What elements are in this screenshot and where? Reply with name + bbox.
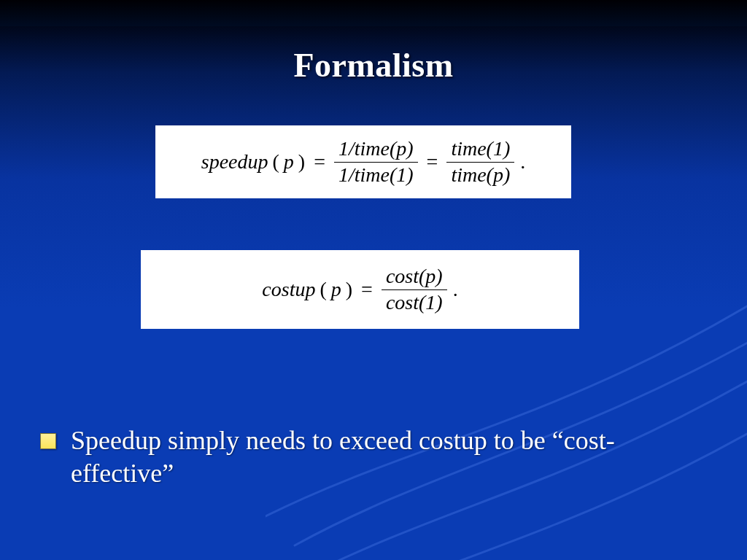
eq1-mid-frac: 1/time(p) 1/time(1) [334, 136, 418, 188]
eq1-rhs-num: time(1) [446, 136, 514, 162]
top-band [0, 0, 747, 26]
bullet-text: Speedup simply needs to exceed costup to… [71, 424, 703, 490]
slide-title: Formalism [0, 46, 747, 85]
square-bullet-icon [40, 433, 56, 449]
equation-speedup: speedup(p) = 1/time(p) 1/time(1) = time(… [155, 125, 571, 198]
eq1-lhs-arg: p [284, 150, 294, 174]
eq1-lhs-fn: speedup [201, 150, 268, 174]
eq1-rhs-den: time(p) [446, 163, 514, 188]
eq1-mid-den: 1/time(1) [334, 163, 418, 188]
equation-costup: costup(p) = cost(p) cost(1) . [141, 250, 579, 329]
slide: Formalism speedup(p) = 1/time(p) 1/time(… [0, 0, 747, 560]
eq2-rhs-den: cost(1) [382, 290, 447, 316]
list-item: Speedup simply needs to exceed costup to… [40, 424, 703, 490]
eq2-lhs-arg: p [331, 278, 341, 301]
eq2-rhs-num: cost(p) [382, 264, 447, 289]
swoop-decoration [266, 137, 747, 560]
eq1-mid-num: 1/time(p) [334, 136, 418, 162]
eq2-rhs-frac: cost(p) cost(1) [382, 264, 447, 316]
equation-costup-math: costup(p) = cost(p) cost(1) . [262, 264, 457, 316]
eq1-rhs-frac: time(1) time(p) [446, 136, 514, 188]
equation-speedup-math: speedup(p) = 1/time(p) 1/time(1) = time(… [201, 136, 526, 188]
bullet-list: Speedup simply needs to exceed costup to… [40, 424, 703, 490]
eq2-lhs-fn: costup [262, 278, 315, 301]
